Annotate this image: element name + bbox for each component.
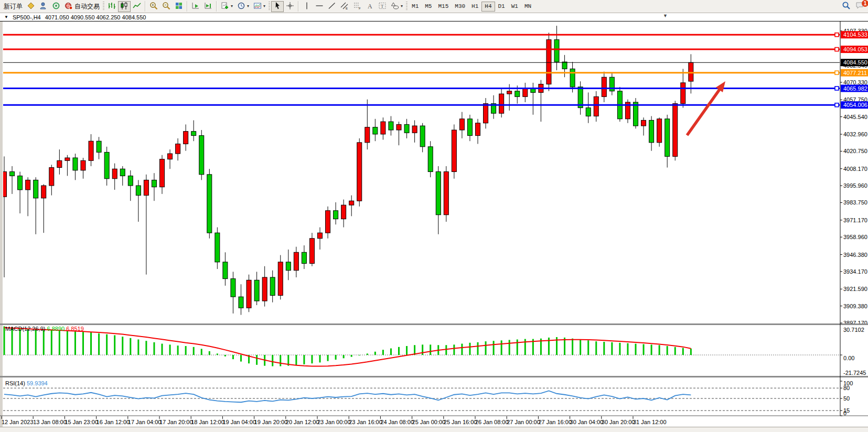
signals-button[interactable] [50,1,62,12]
chart-title: SP500-,H4 [13,14,41,20]
templates-button[interactable]: ▾ [251,1,267,12]
auto-scroll-button[interactable] [189,1,202,12]
candle [444,172,448,215]
price-line-anchor[interactable] [835,87,839,90]
candle [286,262,291,271]
candle [484,104,488,123]
price-tick-label: 3909.380 [843,303,867,309]
candle [515,91,520,97]
clock-icon [237,2,245,12]
candle [65,158,70,160]
candle [562,62,567,69]
price-line-anchor[interactable] [835,48,839,51]
tile-windows-button[interactable] [173,1,185,12]
candle [176,144,180,154]
candle [357,143,362,201]
price-badge-label: 4054.006 [843,102,867,108]
diamond-icon [27,2,35,12]
timeframe-button-m5[interactable]: M5 [422,2,435,12]
crosshair-tool-button[interactable] [284,1,296,12]
macd-indicator-label: MACD(12,26,9) 6.8890 6.8519 [5,326,84,332]
auto-trading-button[interactable]: 自动交易 [62,1,102,12]
timeframe-button-mn[interactable]: MN [521,2,534,12]
equidistant-channel-tool-button[interactable]: E [338,1,351,12]
zoom-in-button[interactable] [147,1,160,12]
svg-text:F: F [359,7,361,10]
chevron-down-icon: ▾ [401,4,403,8]
candlestick-chart[interactable]: 4107.3304082.5404070.3304057.7504045.540… [0,21,868,432]
candle [104,152,109,178]
candle [689,62,693,81]
panel-separator[interactable] [0,376,868,377]
price-tick-label: 4008.170 [843,166,867,172]
candle [152,180,156,187]
trendline-icon [328,2,336,12]
time-tick-label: 27 Jan 16:00 [538,419,572,425]
periods-button[interactable]: ▾ [235,1,251,12]
candle [467,119,472,136]
navigator-button[interactable] [37,1,50,12]
candle [420,126,425,147]
shapes-tool-button[interactable]: ▾ [389,1,405,12]
rsi-axis-label: 50 [843,395,850,402]
candle [397,124,401,130]
bar-chart-mode-button[interactable] [105,1,118,12]
chart-shift-marker[interactable]: ▼ [663,13,668,18]
timeframe-button-h4[interactable]: H4 [481,2,495,12]
timeframe-button-m30[interactable]: M30 [452,2,468,12]
time-tick-label: 27 Jan 00:00 [507,419,540,425]
candle [412,126,417,133]
timeframe-button-h1[interactable]: H1 [468,2,481,12]
timeframe-button-w1[interactable]: W1 [508,2,521,12]
timeframe-button-d1[interactable]: D1 [495,2,508,12]
vertical-line-tool-button[interactable] [301,1,313,12]
collapse-triangle-icon[interactable]: ▼ [4,15,8,19]
trendline-tool-button[interactable] [326,1,338,12]
candle [641,120,646,126]
price-badge-label: 4065.982 [843,85,867,92]
candle [57,160,62,167]
toolbar-separator [187,1,188,12]
search-button[interactable] [840,1,853,12]
chart-shift-button[interactable] [202,1,215,12]
shapes-icon [391,2,399,12]
price-line-anchor[interactable] [835,71,839,74]
timeframe-button-m15[interactable]: M15 [435,2,452,12]
timeframe-button-m1[interactable]: M1 [409,2,422,12]
market-watch-button[interactable] [25,1,37,12]
time-tick-label: 16 Jan 12:00 [97,419,130,425]
candle [365,127,370,143]
price-line-anchor[interactable] [835,33,839,37]
candle [231,279,235,297]
zoom-out-button[interactable] [160,1,173,12]
vertical-line-icon [303,2,311,12]
new-order-button[interactable]: 新订单 [2,1,25,12]
price-badge-label: 4077.211 [843,70,867,76]
macd-axis-label: -21.7245 [843,370,866,376]
candle [18,176,23,190]
candle [120,169,125,176]
window-edge [0,21,3,432]
time-tick-label: 31 Jan 12:00 [633,419,667,425]
text-tool-button[interactable]: A [363,1,376,12]
time-tick-label: 23 Jan 00:00 [317,419,351,425]
search-icon [842,1,851,12]
cursor-icon [273,2,282,12]
fibonacci-tool-button[interactable]: F [351,1,363,12]
price-tick-label: 4032.960 [843,131,867,137]
cursor-tool-button[interactable] [271,1,284,12]
candlestick-mode-button[interactable] [118,1,131,12]
horizontal-line-tool-button[interactable] [313,1,326,12]
price-line-anchor[interactable] [835,103,839,107]
candle [81,160,85,170]
new-chart-button[interactable]: ▾ [219,1,235,12]
line-chart-mode-button[interactable] [131,1,143,12]
candle [673,104,678,157]
candle [73,158,78,170]
signal-icon [52,2,60,12]
candle [570,69,575,87]
candle [254,280,259,301]
label-tool-button[interactable]: T [376,1,389,12]
candle [459,119,464,130]
panel-separator[interactable] [0,323,868,325]
